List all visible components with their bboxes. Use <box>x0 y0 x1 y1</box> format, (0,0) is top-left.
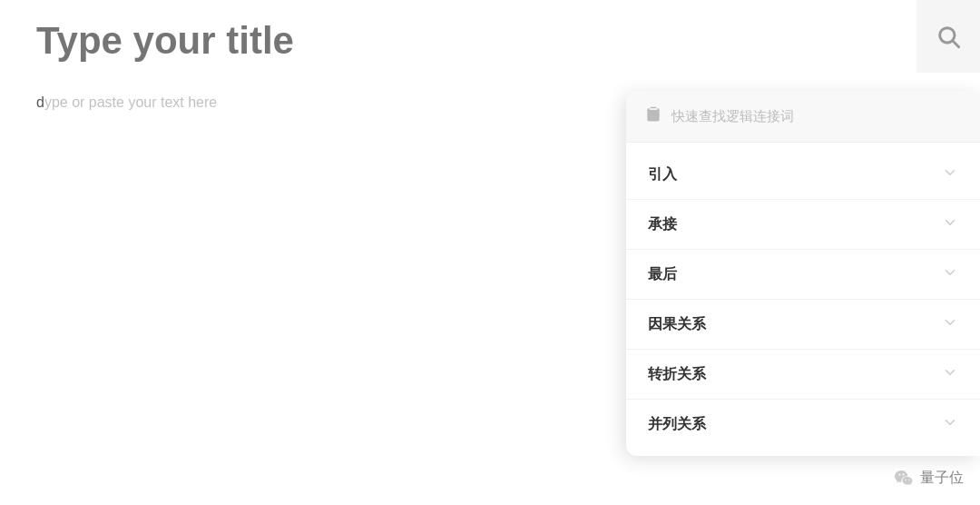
connector-item-yinru[interactable]: 引入 <box>626 150 980 200</box>
search-placeholder-text: 快速查找逻辑连接词 <box>671 108 962 125</box>
body-placeholder-text: ype or paste your text here <box>44 94 217 110</box>
connector-dropdown-panel: 快速查找逻辑连接词 引入承接最后因果关系转折关系并列关系 <box>626 91 980 456</box>
watermark-text: 量子位 <box>920 469 964 488</box>
watermark: 量子位 <box>893 467 964 489</box>
chevron-down-icon <box>942 314 958 334</box>
clipboard-icon <box>644 105 662 127</box>
connector-item-label: 因果关系 <box>648 315 706 334</box>
connector-item-yinguo[interactable]: 因果关系 <box>626 300 980 350</box>
connector-item-zuihou[interactable]: 最后 <box>626 250 980 300</box>
connector-categories-list: 引入承接最后因果关系转折关系并列关系 <box>626 143 980 456</box>
chevron-down-icon <box>942 214 958 234</box>
connector-item-zhuanzhe[interactable]: 转折关系 <box>626 350 980 400</box>
body-text-area: dype or paste your text here <box>36 91 581 114</box>
connector-item-chengjie[interactable]: 承接 <box>626 200 980 250</box>
search-icon <box>936 24 961 49</box>
connector-item-label: 最后 <box>648 265 677 284</box>
connector-item-label: 并列关系 <box>648 415 706 434</box>
cursor-char: d <box>36 94 44 110</box>
svg-line-1 <box>953 41 958 46</box>
wechat-icon <box>893 467 915 489</box>
connector-item-label: 承接 <box>648 215 677 234</box>
title-input[interactable] <box>36 18 581 64</box>
connector-item-label: 引入 <box>648 165 677 184</box>
chevron-down-icon <box>942 264 958 284</box>
connector-item-binglie[interactable]: 并列关系 <box>626 400 980 449</box>
chevron-down-icon <box>942 364 958 384</box>
chevron-down-icon <box>942 164 958 184</box>
connector-search-bar: 快速查找逻辑连接词 <box>626 91 980 143</box>
connector-item-label: 转折关系 <box>648 365 706 384</box>
chevron-down-icon <box>942 414 958 434</box>
search-toggle-button[interactable] <box>916 0 980 73</box>
